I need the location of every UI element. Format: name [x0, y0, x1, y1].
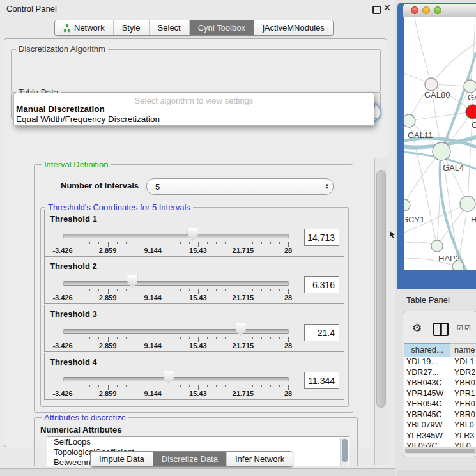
cell-shared-name[interactable]: YER054C	[404, 399, 450, 410]
slider-thumb[interactable]	[164, 371, 174, 384]
tab-select[interactable]: Select	[149, 20, 189, 35]
close-icon[interactable]: ✕	[383, 3, 391, 13]
network-view-canvas[interactable]: GAL80GALCGAL11GAL4GCY1HHAP2	[404, 17, 476, 270]
slider-track[interactable]	[63, 234, 289, 238]
threshold-value-field[interactable]: 11.344	[304, 372, 339, 389]
table-horizontal-scrollbar-thumb[interactable]	[405, 449, 475, 453]
cell-name[interactable]: YLR3	[450, 431, 476, 442]
attribute-item-selfloops[interactable]: SelfLoops	[47, 437, 349, 447]
network-node-gcy1[interactable]	[404, 199, 410, 211]
cell-name[interactable]: YPR1	[450, 389, 476, 400]
slider-thumb[interactable]	[188, 228, 198, 241]
cell-name[interactable]: YDL1	[450, 357, 476, 368]
threshold-value-field[interactable]: 21.4	[304, 324, 339, 341]
network-node-c[interactable]	[466, 105, 476, 119]
network-edge[interactable]	[414, 17, 431, 84]
network-window-titlebar[interactable]	[403, 4, 476, 17]
table-row[interactable]: YBR043CYBR0	[404, 378, 476, 389]
close-light[interactable]	[411, 6, 418, 14]
table-row[interactable]: YDR27...YDR2	[404, 368, 476, 379]
slider-minor-tick	[261, 385, 262, 387]
tab-cyni-toolbox[interactable]: Cyni Toolbox	[189, 20, 254, 35]
table-row[interactable]: YBL079WYBL0	[404, 420, 476, 431]
slider-major-tick	[198, 337, 199, 342]
bottom-tab-impute-data[interactable]: Impute Data	[91, 452, 153, 466]
threshold-value-field[interactable]: 6.316	[304, 276, 339, 293]
cell-shared-name[interactable]: YDR27...	[404, 368, 450, 379]
settings-scrollbar[interactable]	[374, 158, 387, 465]
network-edge[interactable]	[470, 17, 475, 86]
discretization-algorithm-group	[11, 49, 381, 93]
gear-icon[interactable]: ⚙	[412, 321, 422, 335]
tab-jactivemnodules[interactable]: jActiveMNodules	[254, 20, 333, 35]
window-title: Control Panel	[6, 4, 57, 13]
slider-minor-tick	[144, 385, 144, 387]
column-header-name[interactable]: name	[450, 343, 476, 357]
slider-tick-label: 21.715	[228, 342, 257, 349]
cell-shared-name[interactable]: YIL052C	[404, 441, 450, 447]
tab-style[interactable]: Style	[113, 20, 149, 35]
table-row[interactable]: YDL19...YDL1	[404, 357, 476, 368]
slider-minor-tick	[216, 385, 217, 387]
algorithm-option-manual-discretization[interactable]: Manual Discretization	[16, 104, 105, 114]
threshold-value-field[interactable]: 14.713	[304, 229, 339, 246]
table-row[interactable]: YBR045CYBR0	[404, 410, 476, 421]
control-panel-window: Control Panel ✕ NetworkStyleSelectCyni T…	[0, 0, 395, 476]
network-edge[interactable]	[409, 112, 473, 121]
attributes-scrollbar-thumb[interactable]	[342, 439, 348, 462]
slider-minor-tick	[279, 337, 280, 339]
cell-name[interactable]: YBL0	[450, 420, 476, 431]
slider-minor-tick	[72, 242, 72, 244]
threshold-panel-1: Threshold 1-3.4262.8599.14415.4321.71528…	[44, 210, 344, 257]
algorithm-option-equal-width-frequency-discretization[interactable]: Equal Width/Frequency Discretization	[16, 114, 160, 124]
checkbox-icon[interactable]: ☑	[457, 324, 463, 332]
slider-minor-tick	[126, 242, 127, 244]
network-node-gal80[interactable]	[425, 78, 438, 91]
table-horizontal-scrollbar[interactable]	[404, 447, 476, 454]
column-view-icon[interactable]	[433, 323, 449, 336]
settings-scrollbar-thumb[interactable]	[376, 170, 386, 408]
zoom-light[interactable]	[434, 6, 441, 14]
slider-track[interactable]	[63, 377, 289, 381]
cell-shared-name[interactable]: YPR145W	[404, 389, 450, 400]
network-node-gal[interactable]	[464, 80, 476, 93]
cell-name[interactable]: YBR0	[450, 410, 476, 421]
cell-name[interactable]: YDR2	[450, 368, 476, 379]
slider-minor-tick	[216, 242, 217, 244]
float-window-icon[interactable]	[372, 6, 381, 14]
slider-thumb[interactable]	[127, 275, 137, 288]
network-node-hap2[interactable]	[431, 240, 443, 252]
network-node-gal11[interactable]	[404, 114, 415, 127]
slider-minor-tick	[171, 242, 171, 244]
slider-track[interactable]	[63, 329, 289, 334]
network-node-h[interactable]	[460, 196, 475, 211]
cell-shared-name[interactable]: YBR043C	[404, 378, 450, 389]
column-header-shared-name[interactable]: shared...	[404, 343, 450, 357]
table-row[interactable]: YLR345WYLR3	[404, 431, 476, 442]
cell-name[interactable]: YER0	[450, 399, 476, 410]
slider-tick-label: -3.426	[48, 247, 77, 254]
minimize-light[interactable]	[422, 6, 430, 14]
network-node-gal4[interactable]	[433, 142, 450, 160]
table-row[interactable]: YER054CYER0	[404, 399, 476, 410]
network-node[interactable]	[452, 261, 464, 270]
attributes-scrollbar[interactable]	[340, 438, 348, 466]
bottom-tab-discretize-data[interactable]: Discretize Data	[153, 452, 226, 466]
slider-tick-label: 15.43	[183, 342, 213, 349]
tab-network[interactable]: Network	[55, 20, 113, 35]
cell-shared-name[interactable]: YBR045C	[404, 410, 450, 421]
table-row[interactable]: YIL052CYIL0	[404, 441, 476, 447]
cell-name[interactable]: YBR0	[450, 378, 476, 389]
slider-minor-tick	[252, 337, 253, 339]
checkbox-icon[interactable]: ☑	[464, 324, 471, 332]
bottom-tab-infer-network[interactable]: Infer Network	[226, 452, 293, 466]
slider-minor-tick	[216, 337, 217, 339]
slider-minor-tick	[144, 289, 144, 291]
cell-shared-name[interactable]: YLR345W	[404, 431, 450, 442]
cell-shared-name[interactable]: YDL19...	[404, 357, 450, 368]
slider-track[interactable]	[63, 281, 289, 286]
cell-name[interactable]: YIL0	[450, 441, 476, 447]
table-row[interactable]: YPR145WYPR1	[404, 389, 476, 400]
cell-shared-name[interactable]: YBL079W	[404, 420, 450, 431]
slider-thumb[interactable]	[236, 323, 246, 336]
